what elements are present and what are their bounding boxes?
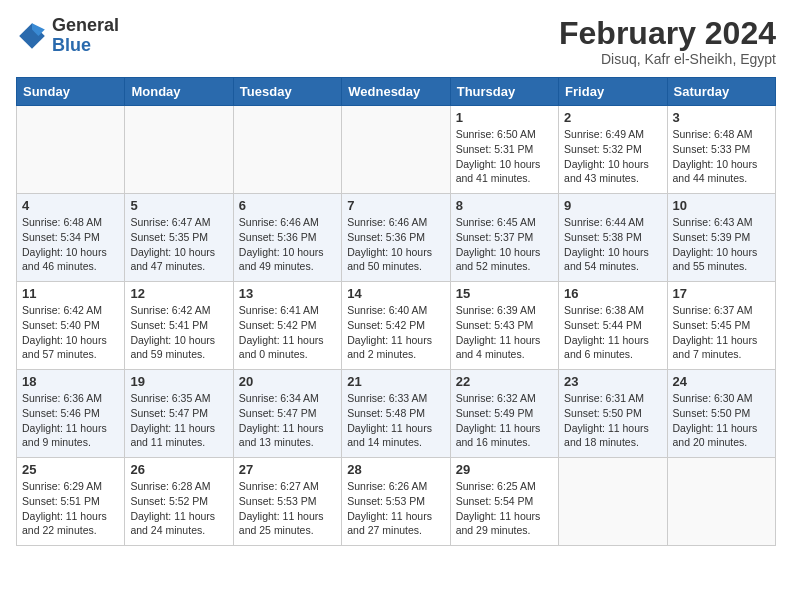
day-info: Sunrise: 6:30 AM Sunset: 5:50 PM Dayligh… <box>673 391 770 450</box>
calendar-cell: 13Sunrise: 6:41 AM Sunset: 5:42 PM Dayli… <box>233 282 341 370</box>
col-header-thursday: Thursday <box>450 78 558 106</box>
calendar-cell: 23Sunrise: 6:31 AM Sunset: 5:50 PM Dayli… <box>559 370 667 458</box>
day-info: Sunrise: 6:50 AM Sunset: 5:31 PM Dayligh… <box>456 127 553 186</box>
day-info: Sunrise: 6:49 AM Sunset: 5:32 PM Dayligh… <box>564 127 661 186</box>
calendar-cell: 9Sunrise: 6:44 AM Sunset: 5:38 PM Daylig… <box>559 194 667 282</box>
day-number: 14 <box>347 286 444 301</box>
calendar-cell: 20Sunrise: 6:34 AM Sunset: 5:47 PM Dayli… <box>233 370 341 458</box>
page-header: General Blue February 2024 Disuq, Kafr e… <box>16 16 776 67</box>
col-header-wednesday: Wednesday <box>342 78 450 106</box>
calendar-cell: 8Sunrise: 6:45 AM Sunset: 5:37 PM Daylig… <box>450 194 558 282</box>
day-info: Sunrise: 6:38 AM Sunset: 5:44 PM Dayligh… <box>564 303 661 362</box>
day-info: Sunrise: 6:29 AM Sunset: 5:51 PM Dayligh… <box>22 479 119 538</box>
calendar-cell: 12Sunrise: 6:42 AM Sunset: 5:41 PM Dayli… <box>125 282 233 370</box>
calendar-table: SundayMondayTuesdayWednesdayThursdayFrid… <box>16 77 776 546</box>
day-info: Sunrise: 6:26 AM Sunset: 5:53 PM Dayligh… <box>347 479 444 538</box>
calendar-cell: 15Sunrise: 6:39 AM Sunset: 5:43 PM Dayli… <box>450 282 558 370</box>
calendar-cell: 6Sunrise: 6:46 AM Sunset: 5:36 PM Daylig… <box>233 194 341 282</box>
day-number: 16 <box>564 286 661 301</box>
day-info: Sunrise: 6:31 AM Sunset: 5:50 PM Dayligh… <box>564 391 661 450</box>
col-header-tuesday: Tuesday <box>233 78 341 106</box>
calendar-cell <box>233 106 341 194</box>
calendar-cell: 19Sunrise: 6:35 AM Sunset: 5:47 PM Dayli… <box>125 370 233 458</box>
col-header-sunday: Sunday <box>17 78 125 106</box>
calendar-cell: 28Sunrise: 6:26 AM Sunset: 5:53 PM Dayli… <box>342 458 450 546</box>
day-number: 26 <box>130 462 227 477</box>
calendar-week-row: 11Sunrise: 6:42 AM Sunset: 5:40 PM Dayli… <box>17 282 776 370</box>
day-number: 25 <box>22 462 119 477</box>
day-number: 10 <box>673 198 770 213</box>
day-number: 11 <box>22 286 119 301</box>
calendar-cell: 18Sunrise: 6:36 AM Sunset: 5:46 PM Dayli… <box>17 370 125 458</box>
day-info: Sunrise: 6:34 AM Sunset: 5:47 PM Dayligh… <box>239 391 336 450</box>
calendar-cell: 17Sunrise: 6:37 AM Sunset: 5:45 PM Dayli… <box>667 282 775 370</box>
month-title: February 2024 <box>559 16 776 51</box>
day-number: 21 <box>347 374 444 389</box>
day-number: 2 <box>564 110 661 125</box>
day-info: Sunrise: 6:28 AM Sunset: 5:52 PM Dayligh… <box>130 479 227 538</box>
day-info: Sunrise: 6:41 AM Sunset: 5:42 PM Dayligh… <box>239 303 336 362</box>
day-number: 12 <box>130 286 227 301</box>
day-info: Sunrise: 6:36 AM Sunset: 5:46 PM Dayligh… <box>22 391 119 450</box>
calendar-week-row: 1Sunrise: 6:50 AM Sunset: 5:31 PM Daylig… <box>17 106 776 194</box>
calendar-week-row: 18Sunrise: 6:36 AM Sunset: 5:46 PM Dayli… <box>17 370 776 458</box>
title-block: February 2024 Disuq, Kafr el-Sheikh, Egy… <box>559 16 776 67</box>
calendar-cell: 7Sunrise: 6:46 AM Sunset: 5:36 PM Daylig… <box>342 194 450 282</box>
calendar-cell <box>342 106 450 194</box>
day-info: Sunrise: 6:47 AM Sunset: 5:35 PM Dayligh… <box>130 215 227 274</box>
logo-icon <box>16 20 48 52</box>
calendar-cell <box>17 106 125 194</box>
calendar-header-row: SundayMondayTuesdayWednesdayThursdayFrid… <box>17 78 776 106</box>
day-info: Sunrise: 6:25 AM Sunset: 5:54 PM Dayligh… <box>456 479 553 538</box>
col-header-monday: Monday <box>125 78 233 106</box>
logo-blue: Blue <box>52 36 119 56</box>
day-info: Sunrise: 6:44 AM Sunset: 5:38 PM Dayligh… <box>564 215 661 274</box>
day-info: Sunrise: 6:37 AM Sunset: 5:45 PM Dayligh… <box>673 303 770 362</box>
calendar-cell: 1Sunrise: 6:50 AM Sunset: 5:31 PM Daylig… <box>450 106 558 194</box>
calendar-cell: 27Sunrise: 6:27 AM Sunset: 5:53 PM Dayli… <box>233 458 341 546</box>
day-info: Sunrise: 6:33 AM Sunset: 5:48 PM Dayligh… <box>347 391 444 450</box>
day-info: Sunrise: 6:46 AM Sunset: 5:36 PM Dayligh… <box>239 215 336 274</box>
day-info: Sunrise: 6:35 AM Sunset: 5:47 PM Dayligh… <box>130 391 227 450</box>
calendar-cell: 11Sunrise: 6:42 AM Sunset: 5:40 PM Dayli… <box>17 282 125 370</box>
day-info: Sunrise: 6:43 AM Sunset: 5:39 PM Dayligh… <box>673 215 770 274</box>
day-info: Sunrise: 6:42 AM Sunset: 5:41 PM Dayligh… <box>130 303 227 362</box>
day-info: Sunrise: 6:42 AM Sunset: 5:40 PM Dayligh… <box>22 303 119 362</box>
calendar-cell: 26Sunrise: 6:28 AM Sunset: 5:52 PM Dayli… <box>125 458 233 546</box>
day-number: 20 <box>239 374 336 389</box>
day-number: 28 <box>347 462 444 477</box>
day-info: Sunrise: 6:46 AM Sunset: 5:36 PM Dayligh… <box>347 215 444 274</box>
location-title: Disuq, Kafr el-Sheikh, Egypt <box>559 51 776 67</box>
day-number: 7 <box>347 198 444 213</box>
day-info: Sunrise: 6:48 AM Sunset: 5:34 PM Dayligh… <box>22 215 119 274</box>
logo-text: General Blue <box>52 16 119 56</box>
day-number: 8 <box>456 198 553 213</box>
day-number: 24 <box>673 374 770 389</box>
day-number: 9 <box>564 198 661 213</box>
day-number: 17 <box>673 286 770 301</box>
day-info: Sunrise: 6:32 AM Sunset: 5:49 PM Dayligh… <box>456 391 553 450</box>
day-number: 29 <box>456 462 553 477</box>
col-header-saturday: Saturday <box>667 78 775 106</box>
day-info: Sunrise: 6:27 AM Sunset: 5:53 PM Dayligh… <box>239 479 336 538</box>
day-number: 13 <box>239 286 336 301</box>
day-number: 1 <box>456 110 553 125</box>
calendar-cell <box>125 106 233 194</box>
day-info: Sunrise: 6:48 AM Sunset: 5:33 PM Dayligh… <box>673 127 770 186</box>
logo: General Blue <box>16 16 119 56</box>
calendar-cell: 14Sunrise: 6:40 AM Sunset: 5:42 PM Dayli… <box>342 282 450 370</box>
day-number: 15 <box>456 286 553 301</box>
day-number: 23 <box>564 374 661 389</box>
day-number: 6 <box>239 198 336 213</box>
day-number: 18 <box>22 374 119 389</box>
calendar-cell: 10Sunrise: 6:43 AM Sunset: 5:39 PM Dayli… <box>667 194 775 282</box>
day-info: Sunrise: 6:39 AM Sunset: 5:43 PM Dayligh… <box>456 303 553 362</box>
calendar-cell: 25Sunrise: 6:29 AM Sunset: 5:51 PM Dayli… <box>17 458 125 546</box>
day-info: Sunrise: 6:40 AM Sunset: 5:42 PM Dayligh… <box>347 303 444 362</box>
day-number: 3 <box>673 110 770 125</box>
day-number: 22 <box>456 374 553 389</box>
calendar-cell: 29Sunrise: 6:25 AM Sunset: 5:54 PM Dayli… <box>450 458 558 546</box>
day-number: 5 <box>130 198 227 213</box>
calendar-cell: 22Sunrise: 6:32 AM Sunset: 5:49 PM Dayli… <box>450 370 558 458</box>
calendar-cell: 21Sunrise: 6:33 AM Sunset: 5:48 PM Dayli… <box>342 370 450 458</box>
